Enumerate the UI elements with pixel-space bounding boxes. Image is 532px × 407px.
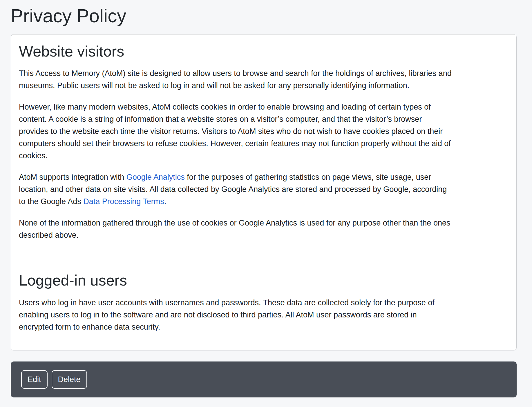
paragraph-cookies: However, like many modern websites, AtoM…: [19, 101, 453, 162]
data-processing-terms-link[interactable]: Data Processing Terms: [83, 197, 164, 206]
paragraph-user-accounts: Users who log in have user accounts with…: [19, 297, 453, 333]
delete-button[interactable]: Delete: [52, 370, 87, 389]
paragraph-google-analytics: AtoM supports integration with Google An…: [19, 171, 453, 208]
paragraph-site-purpose: This Access to Memory (AtoM) site is des…: [19, 67, 453, 92]
edit-button[interactable]: Edit: [21, 370, 48, 389]
google-analytics-link[interactable]: Google Analytics: [126, 173, 185, 181]
section-heading-logged-in-users: Logged-in users: [19, 271, 509, 289]
paragraph-information-use: None of the information gathered through…: [19, 217, 453, 241]
page-title: Privacy Policy: [11, 5, 517, 27]
static-page-card: Website visitors This Access to Memory (…: [11, 34, 517, 350]
actions-bar: Edit Delete: [11, 361, 517, 397]
page-container: Privacy Policy Website visitors This Acc…: [0, 0, 517, 397]
section-heading-website-visitors: Website visitors: [19, 42, 509, 60]
